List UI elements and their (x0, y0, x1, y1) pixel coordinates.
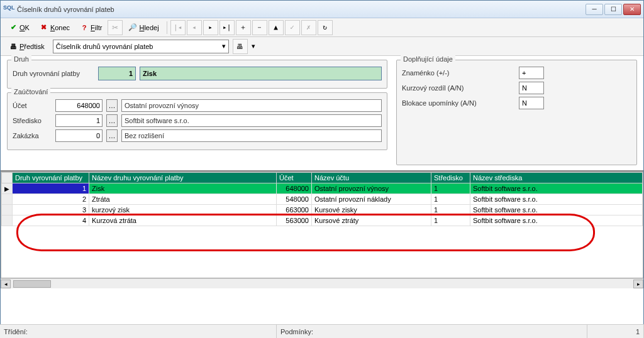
row-marker (2, 205, 13, 215)
kurz-label: Kurzový rozdíl (A/N) (402, 84, 515, 92)
nav-cancel-button[interactable]: ✗ (301, 20, 316, 35)
grid-section: Druh vyrovnání platby Název druhu vyrovn… (1, 170, 643, 288)
check-icon: ✔ (9, 23, 18, 32)
druh-id-field[interactable] (98, 67, 136, 80)
cell-druh: 2 (13, 194, 89, 205)
nav-last-button[interactable]: ▸| (219, 20, 235, 35)
app-icon: SQL (3, 4, 13, 14)
cell-nazev-uctu: Ostatní provozní výnosy (312, 183, 431, 194)
cell-stredisko: 1 (431, 205, 470, 215)
report-combo-value: Číselník druhů vyrovnání plateb (56, 43, 153, 50)
nav-prev-button[interactable]: ◂ (187, 20, 202, 35)
close-button[interactable]: ✕ (623, 4, 641, 15)
status-bar: Třídění: Podmínky: 1 (0, 324, 644, 338)
cell-nazev: Zisk (89, 183, 277, 194)
ucet-label: Účet (13, 102, 52, 109)
predtisk-button[interactable]: 🖶 Předtisk (4, 39, 49, 54)
grid-corner (2, 173, 13, 183)
druh-name-field[interactable] (140, 67, 382, 80)
znamenko-field[interactable] (519, 67, 544, 79)
ucet-lookup-button[interactable]: … (106, 99, 118, 112)
col-nazev-strediska[interactable]: Název střediska (470, 173, 643, 183)
table-row[interactable]: 4Kurzová ztráta563000Kursové ztráty1Soft… (2, 215, 643, 226)
table-row[interactable]: 3kurzový zisk663000Kursové zisky1Softbit… (2, 205, 643, 215)
cell-nazev: Ztráta (89, 194, 277, 205)
grid-container: Druh vyrovnání platby Název druhu vyrovn… (1, 172, 643, 278)
ucet-name-field[interactable] (121, 99, 382, 112)
cell-ucet: 663000 (277, 205, 312, 215)
druh-legend: Druh (11, 55, 31, 63)
nav-edit-button[interactable]: ▲ (269, 20, 284, 35)
ucet-field[interactable] (55, 99, 103, 112)
cell-nazev: kurzový zisk (89, 205, 277, 215)
row-marker: ▶ (2, 183, 13, 194)
status-trideni: Třídění: (0, 325, 277, 338)
zakazka-lookup-button[interactable]: … (106, 129, 118, 142)
stredisko-field[interactable] (55, 114, 103, 127)
report-combo[interactable]: Číselník druhů vyrovnání plateb ▾ (53, 40, 229, 53)
scroll-thumb[interactable] (13, 280, 51, 288)
cell-stredisko: 1 (431, 183, 470, 194)
cell-druh: 4 (13, 215, 89, 226)
minimize-button[interactable]: ─ (586, 4, 603, 15)
col-nazev[interactable]: Název druhu vyrovnání platby (89, 173, 277, 183)
znamenko-label: Znaménko (+/-) (402, 69, 515, 77)
blokace-label: Blokace upomínky (A/N) (402, 99, 515, 107)
row-marker (2, 194, 13, 205)
kurz-field[interactable] (519, 82, 544, 94)
nav-next-button[interactable]: ▸ (203, 20, 218, 35)
status-count: 1 (587, 325, 644, 338)
toolbar-separator (167, 21, 167, 34)
x-icon: ✖ (40, 23, 48, 32)
cell-nazev-strediska: Softbit software s.r.o. (470, 215, 643, 226)
col-druh[interactable]: Druh vyrovnání platby (13, 173, 89, 183)
col-ucet[interactable]: Účet (277, 173, 312, 183)
zakazka-name-field[interactable] (121, 129, 382, 142)
blokace-field[interactable] (519, 97, 544, 109)
zauctovani-legend: Zaúčtování (11, 88, 50, 95)
print-dropdown-icon[interactable]: ▾ (252, 42, 255, 50)
data-grid[interactable]: Druh vyrovnání platby Název druhu vyrovn… (1, 172, 643, 226)
cell-stredisko: 1 (431, 194, 470, 205)
maximize-button[interactable]: ☐ (604, 4, 622, 15)
cell-nazev-strediska: Softbit software s.r.o. (470, 183, 643, 194)
druh-label: Druh vyrovnání platby (13, 70, 94, 77)
filter-clear-button[interactable]: ✂ (108, 20, 123, 35)
cell-nazev-uctu: Kursové ztráty (312, 215, 431, 226)
ok-button[interactable]: ✔ OK (4, 20, 34, 35)
nav-first-button[interactable]: |◂ (170, 20, 186, 35)
print-button[interactable]: 🖶 (233, 39, 248, 54)
zakazka-field[interactable] (55, 129, 103, 142)
hledej-button[interactable]: 🔎 Hledej (124, 20, 163, 35)
cell-nazev-uctu: Ostatní provozní náklady (312, 194, 431, 205)
zakazka-label: Zakázka (13, 132, 52, 139)
stredisko-name-field[interactable] (121, 114, 382, 127)
cell-nazev-strediska: Softbit software s.r.o. (470, 194, 643, 205)
cell-ucet: 548000 (277, 194, 312, 205)
table-row[interactable]: ▶1Zisk648000Ostatní provozní výnosy1Soft… (2, 183, 643, 194)
cell-nazev-uctu: Kursové zisky (312, 205, 431, 215)
printer-icon: 🖶 (236, 43, 243, 50)
filtr-button[interactable]: ? Filtr (75, 20, 106, 35)
binoculars-icon: 🔎 (128, 23, 137, 32)
cell-nazev-strediska: Softbit software s.r.o. (470, 205, 643, 215)
nav-remove-button[interactable]: － (252, 20, 267, 35)
row-marker (2, 215, 13, 226)
col-nazev-uctu[interactable]: Název účtu (312, 173, 431, 183)
stredisko-lookup-button[interactable]: … (106, 114, 118, 127)
form-area: Druh Druh vyrovnání platby Zaúčtování Úč… (1, 56, 643, 169)
doplnujici-groupbox: Doplňující údaje Znaménko (+/-) Kurzový … (396, 60, 637, 165)
horizontal-scrollbar[interactable]: ◂ ▸ (1, 278, 643, 288)
col-stredisko[interactable]: Středisko (431, 173, 470, 183)
scroll-left-button[interactable]: ◂ (1, 280, 11, 288)
nav-add-button[interactable]: ＋ (236, 20, 251, 35)
konec-button[interactable]: ✖ Konec (35, 20, 74, 35)
cell-nazev: Kurzová ztráta (89, 215, 277, 226)
scroll-right-button[interactable]: ▸ (633, 280, 643, 288)
nav-refresh-button[interactable]: ↻ (318, 20, 333, 35)
printer-setup-icon: 🖶 (9, 42, 18, 51)
nav-save-button[interactable]: ✓ (285, 20, 300, 35)
window-title: Číselník druhů vyrovnání plateb (17, 6, 586, 13)
table-row[interactable]: 2Ztráta548000Ostatní provozní náklady1So… (2, 194, 643, 205)
chevron-down-icon: ▾ (222, 42, 226, 50)
